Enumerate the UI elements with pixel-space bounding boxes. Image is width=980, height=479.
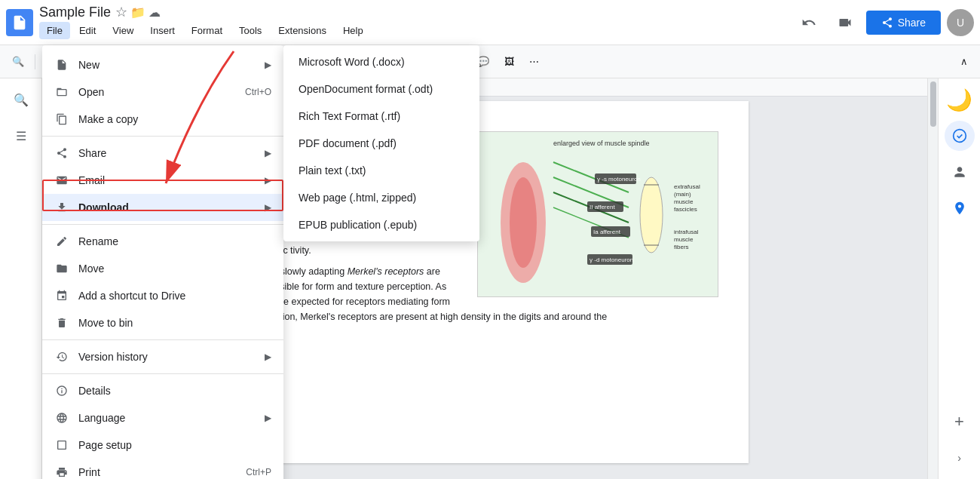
app-icon[interactable]	[6, 9, 33, 36]
file-menu-move-to-bin[interactable]: Move to bin	[42, 309, 283, 336]
rename-label: Rename	[78, 235, 271, 247]
download-rtf[interactable]: Rich Text Format (.rtf)	[283, 103, 479, 130]
make-copy-label: Make a copy	[78, 113, 271, 125]
language-label: Language	[78, 412, 265, 424]
view-menu-trigger[interactable]: View	[105, 22, 141, 39]
svg-text:enlarged view of muscle spindl: enlarged view of muscle spindle	[553, 140, 650, 147]
bin-icon	[54, 315, 69, 330]
file-menu-print[interactable]: Print Ctrl+P	[42, 459, 283, 479]
right-add-icon[interactable]: +	[945, 407, 975, 437]
file-menu-version-history[interactable]: Version history ▶	[42, 343, 283, 370]
file-menu-move[interactable]: Move	[42, 255, 283, 282]
sidebar-nav-icon[interactable]: ☰	[6, 121, 36, 151]
cloud-icon[interactable]: ☁	[149, 5, 161, 20]
help-menu-trigger[interactable]: Help	[335, 22, 371, 39]
svg-text:γ -d motoneuron: γ -d motoneuron	[590, 256, 633, 263]
svg-text:Ia afferent: Ia afferent	[593, 229, 621, 235]
svg-text:intrafusal: intrafusal	[674, 229, 699, 235]
file-menu-add-shortcut[interactable]: Add a shortcut to Drive	[42, 282, 283, 309]
move-label: Move	[78, 263, 271, 275]
sidebar-search-icon[interactable]: 🔍	[6, 84, 36, 115]
download-txt[interactable]: Plain text (.txt)	[283, 157, 479, 184]
file-menu-download[interactable]: Download ▶	[42, 194, 283, 221]
shortcut-label: Add a shortcut to Drive	[78, 290, 271, 302]
top-bar: Sample File ☆ 📁 ☁ File Edit View Insert …	[0, 0, 980, 45]
star-icon[interactable]: ☆	[115, 4, 127, 20]
collapse-btn[interactable]: ∧	[954, 53, 974, 70]
language-icon	[54, 410, 69, 425]
file-menu-language[interactable]: Language ▶	[42, 404, 283, 431]
title-area: Sample File ☆ 📁 ☁ File Edit View Insert …	[39, 4, 794, 41]
details-icon	[54, 383, 69, 398]
right-expand-icon[interactable]: ›	[945, 443, 975, 473]
download-pdf[interactable]: PDF document (.pdf)	[283, 130, 479, 157]
download-word[interactable]: Microsoft Word (.docx)	[283, 48, 479, 75]
page-setup-icon	[54, 438, 69, 453]
more-tb[interactable]: ⋯	[523, 53, 545, 70]
extensions-menu-trigger[interactable]: Extensions	[271, 22, 334, 39]
file-menu-share[interactable]: Share ▶	[42, 140, 283, 167]
svg-point-8	[640, 177, 663, 253]
right-maps-icon[interactable]	[945, 193, 975, 223]
copy-icon	[54, 112, 69, 127]
download-submenu: Microsoft Word (.docx) OpenDocument form…	[283, 45, 479, 241]
share-button[interactable]: Share	[866, 11, 941, 35]
shortcut-icon	[54, 288, 69, 303]
insert-menu-trigger[interactable]: Insert	[142, 22, 182, 39]
email-icon	[54, 173, 69, 188]
edit-menu-trigger[interactable]: Edit	[72, 22, 103, 39]
new-icon	[54, 57, 69, 72]
svg-text:(main): (main)	[674, 191, 691, 198]
file-menu-dropdown: New ▶ Open Ctrl+O Make a copy Share ▶	[42, 45, 283, 479]
menu-bar: File Edit View Insert Format Tools Exten…	[39, 20, 794, 41]
download-odt[interactable]: OpenDocument format (.odt)	[283, 75, 479, 103]
file-menu-trigger[interactable]: File	[39, 22, 70, 39]
scrollbar-thumb[interactable]	[930, 81, 936, 127]
rename-icon	[54, 234, 69, 249]
open-icon	[54, 84, 69, 100]
file-menu-email[interactable]: Email ▶	[42, 167, 283, 194]
scrollbar[interactable]	[927, 78, 938, 479]
file-menu-section-settings: Details Language ▶ Page setup Print Ctrl…	[42, 374, 283, 479]
camera-button[interactable]	[830, 8, 860, 38]
print-shortcut: Ctrl+P	[246, 467, 271, 477]
file-menu-rename[interactable]: Rename	[42, 228, 283, 255]
format-menu-trigger[interactable]: Format	[184, 22, 230, 39]
download-html[interactable]: Web page (.html, zipped)	[283, 184, 479, 211]
history-icon	[54, 349, 69, 364]
print-icon	[54, 465, 69, 479]
image-button[interactable]: 🖼	[498, 53, 520, 70]
file-menu-details[interactable]: Details	[42, 377, 283, 404]
download-epub[interactable]: EPUB publication (.epub)	[283, 211, 479, 238]
open-label: Open	[78, 86, 245, 98]
profile-avatar[interactable]: U	[947, 9, 974, 36]
title-icons: ☆ 📁 ☁	[115, 4, 161, 20]
file-title-row: Sample File ☆ 📁 ☁	[39, 4, 794, 20]
file-menu-open[interactable]: Open Ctrl+O	[42, 78, 283, 106]
undo-button[interactable]	[794, 8, 824, 38]
language-arrow: ▶	[265, 413, 271, 423]
file-menu-section-new: New ▶ Open Ctrl+O Make a copy	[42, 48, 283, 137]
right-sidebar: 🌙 + ›	[938, 78, 980, 479]
download-icon	[54, 200, 69, 215]
toolbar-search[interactable]: 🔍	[6, 53, 30, 70]
file-menu-new[interactable]: New ▶	[42, 51, 283, 78]
muscle-diagram: enlarged view of muscle spindle	[477, 131, 718, 297]
tools-menu-trigger[interactable]: Tools	[231, 22, 269, 39]
email-label: Email	[78, 174, 265, 186]
svg-point-26	[953, 130, 966, 143]
svg-text:fibers: fibers	[674, 244, 689, 250]
right-moon-icon[interactable]: 🌙	[945, 84, 975, 115]
print-label: Print	[78, 466, 246, 478]
file-menu-page-setup[interactable]: Page setup	[42, 431, 283, 459]
email-arrow: ▶	[265, 175, 271, 186]
separator1	[35, 54, 35, 69]
svg-text:γ -s motoneuron: γ -s motoneuron	[597, 176, 641, 183]
share-label-menu: Share	[78, 147, 265, 159]
folder-icon[interactable]: 📁	[130, 5, 145, 20]
top-right-actions: Share U	[794, 8, 974, 38]
right-person-icon[interactable]	[945, 157, 975, 187]
right-check-icon[interactable]	[945, 121, 975, 151]
page-setup-label: Page setup	[78, 439, 271, 451]
file-menu-make-copy[interactable]: Make a copy	[42, 106, 283, 133]
